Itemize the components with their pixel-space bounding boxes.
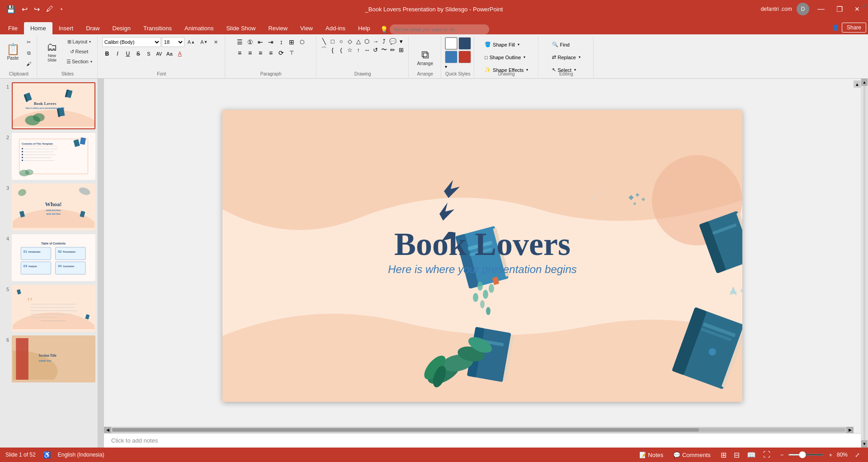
save-icon[interactable]: 💾: [5, 4, 17, 14]
text-align-button[interactable]: ⊤: [287, 48, 297, 58]
slide-thumb-1[interactable]: Book Lovers Here is where your presentat…: [12, 82, 95, 129]
layout-button[interactable]: ⊞ Layout ▾: [64, 37, 94, 46]
tab-slideshow[interactable]: Slide Show: [220, 22, 262, 34]
shape-rect[interactable]: □: [329, 37, 337, 45]
shape-callout[interactable]: 💬: [389, 37, 397, 45]
tab-file[interactable]: File: [2, 22, 24, 34]
presenter-view-button[interactable]: ⛶: [760, 450, 773, 460]
shape-fill-button[interactable]: 🪣 Shape Fill ▾: [483, 39, 521, 51]
slide-thumb-6[interactable]: Section Title subtitle here: [12, 335, 95, 382]
shape-paren[interactable]: (: [337, 46, 345, 54]
slide-thumb-2[interactable]: Contents of This Template: [12, 133, 95, 180]
qs-item-1[interactable]: [445, 37, 458, 50]
shape-line[interactable]: ╲: [320, 37, 328, 45]
shape-brace[interactable]: {: [329, 46, 337, 54]
shape-arrow[interactable]: →: [372, 37, 380, 45]
format-painter-button[interactable]: 🖌: [24, 59, 34, 69]
tab-animations[interactable]: Animations: [178, 22, 220, 34]
arrange-button[interactable]: ⧉ Arrange: [413, 43, 438, 72]
columns-button[interactable]: ⊞: [287, 37, 297, 47]
font-size-select[interactable]: 18: [162, 37, 184, 47]
shape-rotate[interactable]: ↺: [372, 46, 380, 54]
customize-icon[interactable]: 🖊: [44, 4, 55, 14]
slide-panel-scrollbar[interactable]: [98, 79, 104, 448]
right-scrollbar[interactable]: ▲ ▼: [861, 79, 868, 448]
underline-button[interactable]: U: [123, 49, 133, 59]
shape-curved-arrow[interactable]: ⤴: [380, 37, 388, 45]
slide-thumb-5[interactable]: ": [12, 285, 95, 332]
shape-star[interactable]: ☆: [346, 46, 354, 54]
section-button[interactable]: ☰ Section ▾: [64, 57, 94, 66]
bullets-button[interactable]: ☰: [235, 37, 245, 47]
minimize-button[interactable]: —: [814, 4, 828, 14]
align-right-button[interactable]: ≡: [255, 48, 265, 58]
zoom-out-button[interactable]: −: [778, 451, 787, 459]
horizontal-scrollbar[interactable]: ◀ ▶: [104, 427, 854, 433]
font-grow-button[interactable]: A▲: [185, 37, 197, 47]
slide-sorter-button[interactable]: ⊟: [731, 450, 742, 460]
change-case-button[interactable]: Aa: [165, 49, 175, 59]
qs-item-4[interactable]: [458, 51, 471, 63]
justify-button[interactable]: ≡: [266, 48, 276, 58]
scroll-right-button[interactable]: ▶: [846, 427, 854, 433]
text-direction-button[interactable]: ⟳: [276, 48, 286, 58]
share-button[interactable]: Share: [842, 23, 866, 33]
line-spacing-button[interactable]: ↕: [276, 37, 286, 47]
tab-home[interactable]: Home: [24, 22, 52, 34]
align-center-button[interactable]: ≡: [245, 48, 255, 58]
tab-addins[interactable]: Add-ins: [319, 22, 352, 34]
shape-up-arrow[interactable]: ↑: [354, 46, 363, 54]
numbering-button[interactable]: ①: [245, 37, 255, 47]
clear-format-button[interactable]: ✕: [211, 37, 221, 47]
restore-button[interactable]: ❐: [833, 4, 846, 14]
scroll-left-button[interactable]: ◀: [104, 427, 111, 433]
strikethrough-button[interactable]: S: [133, 49, 143, 59]
zoom-in-button[interactable]: +: [826, 451, 835, 459]
qs-item-3[interactable]: [445, 51, 458, 63]
undo-icon[interactable]: ↩: [20, 4, 29, 14]
shape-wave[interactable]: 〜: [380, 46, 388, 54]
scroll-up-right-button[interactable]: ▲: [861, 79, 868, 86]
normal-view-button[interactable]: ⊞: [718, 450, 729, 460]
right-scroll-track[interactable]: [863, 86, 865, 440]
shadow-button[interactable]: S: [144, 49, 154, 59]
shape-pentagon[interactable]: ⬡: [363, 37, 371, 45]
paste-button[interactable]: 📋 Paste: [4, 37, 22, 66]
shape-arc[interactable]: ⌒: [320, 46, 328, 54]
notes-button[interactable]: 📝 Notes: [637, 451, 666, 459]
shape-bidir-arrow[interactable]: ↔: [363, 46, 371, 54]
font-family-select[interactable]: Calibri (Body): [102, 37, 161, 47]
fit-slide-button[interactable]: ⤢: [852, 451, 863, 459]
collapse-ribbon-button[interactable]: ∧: [862, 2, 866, 9]
reading-view-button[interactable]: 📖: [744, 450, 759, 460]
tab-design[interactable]: Design: [106, 22, 137, 34]
tab-help[interactable]: Help: [352, 22, 377, 34]
shapes-expand[interactable]: ⊞: [397, 46, 406, 54]
copy-button[interactable]: ⧉: [24, 48, 34, 58]
decrease-indent-button[interactable]: ⇤: [255, 37, 265, 47]
scroll-up-button[interactable]: ▲: [854, 80, 861, 88]
tab-draw[interactable]: Draw: [80, 22, 106, 34]
new-slide-button[interactable]: 🗂 New Slide: [41, 37, 63, 66]
notes-bar[interactable]: Click to add notes: [104, 433, 861, 448]
increase-indent-button[interactable]: ⇥: [266, 37, 276, 47]
reset-button[interactable]: ↺ Reset: [64, 47, 94, 56]
tab-view[interactable]: View: [294, 22, 319, 34]
slide-thumb-3[interactable]: Whoa! some text here more text here: [12, 184, 95, 231]
qs-item-2[interactable]: [458, 37, 471, 50]
tab-review[interactable]: Review: [262, 22, 294, 34]
horizontal-scroll-track[interactable]: [112, 428, 845, 432]
shape-circle[interactable]: ○: [337, 37, 345, 45]
zoom-slider[interactable]: [788, 454, 824, 456]
shape-outline-button[interactable]: □ Shape Outline ▾: [483, 52, 527, 63]
redo-icon[interactable]: ↪: [32, 4, 42, 14]
tab-insert[interactable]: Insert: [52, 22, 80, 34]
shape-triangle[interactable]: △: [354, 37, 363, 45]
tab-transitions[interactable]: Transitions: [137, 22, 178, 34]
align-left-button[interactable]: ≡: [235, 48, 245, 58]
shape-freeform[interactable]: ✏: [389, 46, 397, 54]
comments-button[interactable]: 💬 Comments: [670, 451, 713, 459]
cut-button[interactable]: ✂: [24, 37, 34, 47]
replace-button[interactable]: ⇄ Replace ▾: [550, 52, 582, 63]
find-button[interactable]: 🔍 Find: [550, 39, 571, 51]
